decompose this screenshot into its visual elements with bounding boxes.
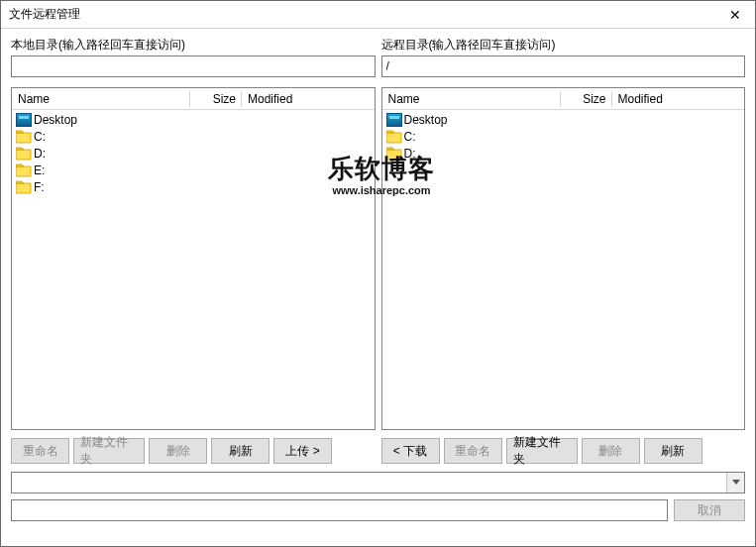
list-item[interactable]: D:	[382, 145, 745, 162]
local-refresh-button[interactable]: 刷新	[211, 438, 270, 464]
local-col-modified[interactable]: Modified	[242, 89, 375, 109]
list-item[interactable]: Desktop	[12, 111, 375, 128]
list-item[interactable]: C:	[12, 128, 375, 145]
remote-delete-button[interactable]: 删除	[582, 438, 640, 464]
item-name: E:	[34, 164, 45, 177]
list-item[interactable]: C:	[382, 128, 745, 145]
local-list-body: DesktopC:D:E:F:	[12, 110, 375, 196]
remote-list-body: DesktopC:D:	[382, 110, 745, 163]
item-name: Desktop	[34, 113, 77, 127]
desktop-icon	[16, 113, 32, 127]
local-newfolder-button[interactable]: 新建文件夹	[73, 438, 145, 464]
local-rename-button[interactable]: 重命名	[11, 438, 69, 464]
remote-label: 远程目录(输入路径回车直接访问)	[381, 37, 746, 54]
list-item[interactable]: F:	[12, 178, 375, 195]
local-list-header: Name Size Modified	[12, 88, 375, 110]
remote-path-input[interactable]	[381, 55, 746, 77]
folder-icon	[16, 130, 32, 144]
svg-marker-0	[732, 480, 740, 485]
item-name: C:	[34, 130, 46, 144]
desktop-icon	[386, 113, 402, 127]
window-title: 文件远程管理	[9, 6, 723, 23]
local-col-size[interactable]: Size	[190, 89, 242, 109]
item-name: D:	[404, 147, 416, 161]
file-remote-manager-window: 文件远程管理 ✕ 本地目录(输入路径回车直接访问) Name Size Modi…	[0, 0, 756, 547]
folder-icon	[16, 180, 32, 194]
cancel-button[interactable]: 取消	[674, 499, 745, 521]
content: 本地目录(输入路径回车直接访问) Name Size Modified Desk…	[1, 29, 755, 529]
local-col-name[interactable]: Name	[12, 89, 190, 109]
bottom-row: 取消	[11, 499, 745, 521]
remote-col-name[interactable]: Name	[382, 89, 561, 109]
item-name: F:	[34, 180, 45, 194]
download-button[interactable]: < 下载	[381, 438, 440, 464]
folder-icon	[386, 147, 402, 161]
remote-refresh-button[interactable]: 刷新	[644, 438, 702, 464]
remote-button-row: < 下载 重命名 新建文件夹 删除 刷新	[381, 438, 746, 464]
remote-newfolder-button[interactable]: 新建文件夹	[506, 438, 578, 464]
list-item[interactable]: D:	[12, 145, 375, 162]
upload-button[interactable]: 上传 >	[273, 438, 332, 464]
chevron-down-icon[interactable]	[726, 473, 744, 492]
list-item[interactable]: E:	[12, 162, 375, 178]
close-button[interactable]: ✕	[723, 3, 747, 27]
folder-icon	[16, 147, 32, 161]
folder-icon	[386, 130, 402, 144]
local-file-list[interactable]: Name Size Modified DesktopC:D:E:F:	[11, 87, 376, 430]
remote-col-size[interactable]: Size	[561, 89, 612, 109]
item-name: Desktop	[404, 113, 448, 127]
local-label: 本地目录(输入路径回车直接访问)	[11, 37, 376, 54]
remote-pane: 远程目录(输入路径回车直接访问) Name Size Modified Desk…	[381, 37, 746, 464]
titlebar: 文件远程管理 ✕	[1, 1, 755, 29]
local-path-input[interactable]	[11, 55, 376, 77]
item-name: D:	[34, 147, 46, 161]
remote-rename-button[interactable]: 重命名	[444, 438, 502, 464]
status-field	[11, 499, 668, 521]
remote-list-header: Name Size Modified	[382, 88, 745, 110]
local-delete-button[interactable]: 删除	[149, 438, 207, 464]
remote-col-modified[interactable]: Modified	[612, 89, 745, 109]
folder-icon	[16, 164, 32, 177]
remote-file-list[interactable]: Name Size Modified DesktopC:D:	[381, 87, 746, 430]
list-item[interactable]: Desktop	[382, 111, 745, 128]
transfer-combo[interactable]	[11, 472, 745, 493]
local-button-row: 重命名 新建文件夹 删除 刷新 上传 >	[11, 438, 376, 464]
local-pane: 本地目录(输入路径回车直接访问) Name Size Modified Desk…	[11, 37, 376, 464]
item-name: C:	[404, 130, 416, 144]
dual-pane: 本地目录(输入路径回车直接访问) Name Size Modified Desk…	[11, 37, 745, 464]
